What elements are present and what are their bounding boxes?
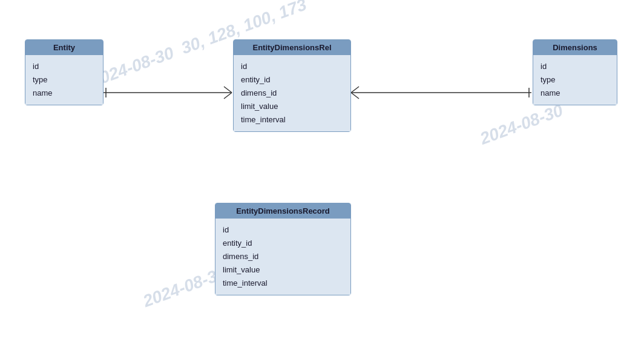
entity-table-header: Entity xyxy=(25,40,103,55)
edrel-field-time-interval: time_interval xyxy=(241,113,343,127)
entity-dimensions-record-header: EntityDimensionsRecord xyxy=(215,203,350,219)
watermark-2: 2024-08-30 xyxy=(478,100,566,148)
entity-field-name: name xyxy=(33,87,96,100)
entity-dimensions-record-table: EntityDimensionsRecord id entity_id dime… xyxy=(215,203,351,295)
svg-line-5 xyxy=(351,87,359,93)
edrec-field-dimens-id: dimens_id xyxy=(223,250,343,263)
entity-dimensions-rel-body: id entity_id dimens_id limit_value time_… xyxy=(234,55,350,131)
edrec-field-time-interval: time_interval xyxy=(223,277,343,290)
entity-table-body: id type name xyxy=(25,55,103,105)
entity-field-id: id xyxy=(33,60,96,73)
dimensions-table-body: id type name xyxy=(533,55,617,105)
edrel-field-limit-value: limit_value xyxy=(241,100,343,113)
dimensions-field-name: name xyxy=(540,87,610,100)
dimensions-field-id: id xyxy=(540,60,610,73)
dimensions-table: Dimensions id type name xyxy=(533,39,617,105)
entity-dimensions-rel-header: EntityDimensionsRel xyxy=(234,40,350,55)
edrel-field-dimens-id: dimens_id xyxy=(241,87,343,100)
edrec-field-limit-value: limit_value xyxy=(223,263,343,277)
entity-dimensions-rel-table: EntityDimensionsRel id entity_id dimens_… xyxy=(233,39,351,132)
svg-line-6 xyxy=(351,93,359,99)
entity-dimensions-record-body: id entity_id dimens_id limit_value time_… xyxy=(215,219,350,295)
edrel-field-id: id xyxy=(241,60,343,73)
edrel-field-entity-id: entity_id xyxy=(241,73,343,87)
dimensions-table-header: Dimensions xyxy=(533,40,617,55)
edrec-field-id: id xyxy=(223,223,343,237)
svg-line-3 xyxy=(224,93,232,99)
edrec-field-entity-id: entity_id xyxy=(223,237,343,250)
entity-field-type: type xyxy=(33,73,96,87)
dimensions-field-type: type xyxy=(540,73,610,87)
svg-line-2 xyxy=(224,87,232,93)
entity-table: Entity id type name xyxy=(25,39,104,105)
